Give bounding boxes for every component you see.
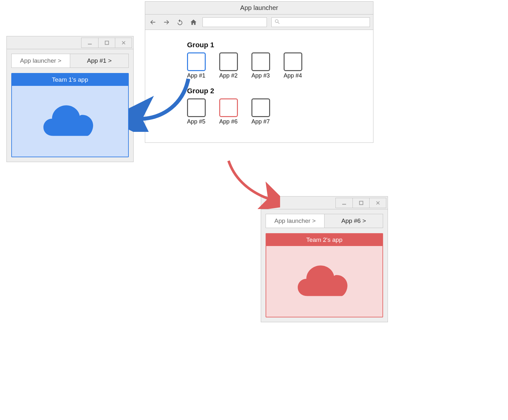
group-title-1: Group 1: [187, 41, 331, 49]
svg-rect-4: [342, 204, 346, 205]
group-1-row: App #1 App #2 App #3 App #4: [187, 52, 331, 79]
team1-window: App launcher > App #1 > Team 1's app: [6, 36, 134, 162]
url-input[interactable]: [202, 17, 267, 27]
back-icon[interactable]: [148, 18, 157, 27]
cloud-icon: [40, 100, 101, 143]
search-input[interactable]: [271, 17, 370, 27]
app-label: App #1: [187, 72, 205, 79]
team2-titlebar: [261, 196, 388, 209]
team2-card-body: [266, 246, 382, 317]
reload-icon[interactable]: [175, 18, 184, 27]
app-tile-2[interactable]: App #2: [219, 52, 238, 79]
team2-body: App launcher > App #6 > Team 2's app: [261, 209, 388, 322]
svg-rect-5: [359, 201, 363, 205]
maximize-button[interactable]: [98, 38, 115, 48]
breadcrumb-root[interactable]: App launcher >: [12, 54, 70, 68]
app-label: App #7: [251, 118, 270, 125]
team2-card: Team 2's app: [266, 233, 383, 317]
forward-icon[interactable]: [162, 18, 171, 27]
svg-rect-2: [88, 44, 92, 44]
window-controls: [335, 198, 386, 208]
team1-card-body: [12, 86, 128, 157]
minimize-button[interactable]: [336, 198, 353, 208]
team2-window: App launcher > App #6 > Team 2's app: [261, 196, 388, 322]
svg-rect-3: [105, 41, 108, 44]
app-tile-4[interactable]: App #4: [284, 52, 302, 79]
cloud-icon: [294, 260, 355, 303]
app-label: App #6: [219, 118, 238, 125]
app-box: [187, 98, 206, 117]
app-label: App #2: [219, 72, 238, 79]
app-box: [187, 52, 206, 71]
app-label: App #5: [187, 118, 205, 125]
breadcrumb-root[interactable]: App launcher >: [266, 214, 325, 228]
minimize-button[interactable]: [81, 38, 98, 48]
close-button[interactable]: [369, 198, 386, 208]
svg-line-1: [278, 22, 279, 24]
svg-point-0: [275, 20, 278, 23]
launcher-body: Group 1 App #1 App #2 App #3 App #4: [145, 30, 373, 142]
app-label: App #3: [251, 72, 270, 79]
browser-window: App launcher Group 1: [145, 1, 373, 143]
app-tile-1[interactable]: App #1: [187, 52, 206, 79]
team1-card-title: Team 1's app: [12, 74, 128, 86]
group-2-row: App #5 App #6 App #7: [187, 98, 331, 125]
breadcrumb: App launcher > App #6 >: [266, 214, 383, 228]
close-button[interactable]: [115, 38, 132, 48]
team1-titlebar: [7, 36, 133, 49]
maximize-button[interactable]: [353, 198, 369, 208]
app-tile-6[interactable]: App #6: [219, 98, 238, 125]
app-label: App #4: [284, 72, 302, 79]
browser-titlebar: App launcher: [145, 2, 373, 14]
search-icon: [274, 19, 280, 26]
breadcrumb-current[interactable]: App #1 >: [70, 54, 128, 68]
app-box: [219, 98, 238, 117]
browser-toolbar: [145, 14, 373, 30]
app-box: [251, 98, 270, 117]
breadcrumb-current[interactable]: App #6 >: [325, 214, 383, 228]
app-box: [219, 52, 238, 71]
app-tile-5[interactable]: App #5: [187, 98, 206, 125]
breadcrumb: App launcher > App #1 >: [11, 54, 129, 68]
app-tile-7[interactable]: App #7: [251, 98, 270, 125]
app-box: [251, 52, 270, 71]
home-icon[interactable]: [189, 18, 198, 27]
team1-body: App launcher > App #1 > Team 1's app: [7, 49, 133, 162]
group-title-2: Group 2: [187, 87, 331, 95]
browser-title: App launcher: [240, 4, 278, 12]
team1-card: Team 1's app: [11, 73, 129, 157]
app-box: [284, 52, 302, 71]
window-controls: [81, 38, 132, 48]
app-tile-3[interactable]: App #3: [251, 52, 270, 79]
team2-card-title: Team 2's app: [266, 234, 382, 246]
